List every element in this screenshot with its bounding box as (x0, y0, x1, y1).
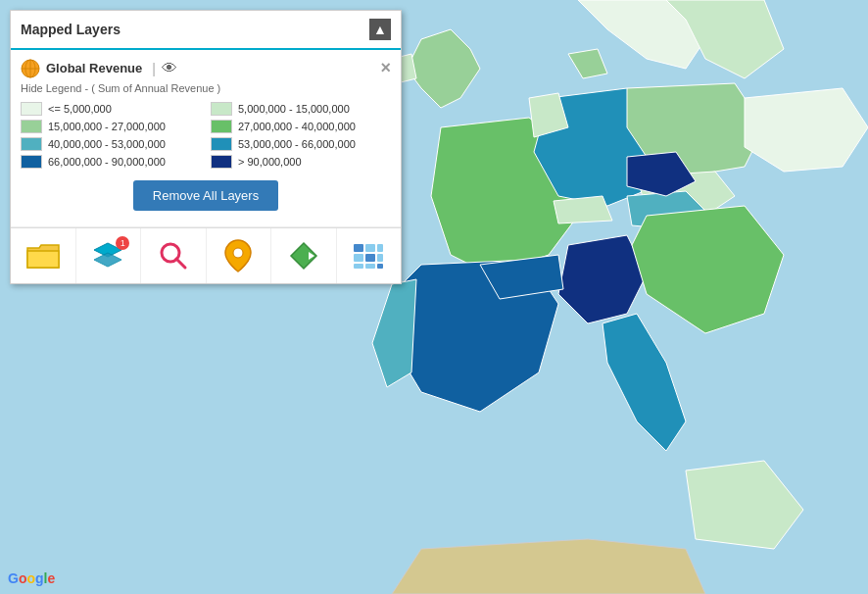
toolbar-layers-button[interactable]: 1 (76, 228, 142, 283)
svg-rect-19 (377, 264, 383, 269)
search-icon (158, 240, 189, 272)
svg-rect-14 (354, 254, 363, 262)
legend-swatch-5 (211, 137, 232, 151)
layer-header: Global Revenue | 👁 × (21, 58, 391, 78)
map-container: Mapped Layers ▲ Global Revenue | 👁 × Hid… (0, 0, 868, 594)
layer-close-button[interactable]: × (380, 58, 391, 78)
location-icon (223, 238, 253, 273)
legend-swatch-2 (21, 120, 42, 133)
legend-item-0: <= 5,000,000 (21, 102, 201, 116)
legend-label-6: 66,000,000 - 90,000,000 (48, 156, 166, 168)
legend-item-1: 5,000,000 - 15,000,000 (211, 102, 391, 116)
toolbar-search-button[interactable] (141, 228, 207, 283)
toolbar-directions-button[interactable] (271, 228, 337, 283)
legend-label-2: 15,000,000 - 27,000,000 (48, 121, 166, 132)
panel-collapse-button[interactable]: ▲ (369, 19, 391, 40)
layers-badge: 1 (116, 236, 129, 250)
legend-label-1: 5,000,000 - 15,000,000 (238, 103, 350, 115)
svg-marker-6 (94, 253, 121, 267)
svg-rect-15 (365, 254, 375, 262)
legend-swatch-7 (211, 155, 232, 169)
legend-swatch-1 (211, 102, 232, 116)
globe-icon (21, 59, 40, 78)
legend-item-3: 27,000,000 - 40,000,000 (211, 120, 391, 133)
legend-grid: <= 5,000,000 5,000,000 - 15,000,000 15,0… (21, 102, 391, 169)
legend-swatch-3 (211, 120, 232, 133)
legend-item-6: 66,000,000 - 90,000,000 (21, 155, 201, 169)
legend-item-2: 15,000,000 - 27,000,000 (21, 120, 201, 133)
layer-section: Global Revenue | 👁 × Hide Legend - ( Sum… (11, 50, 401, 227)
google-logo: Google (8, 570, 55, 586)
legend-label-0: <= 5,000,000 (48, 103, 112, 115)
legend-label-7: > 90,000,000 (238, 156, 302, 168)
hide-legend-text[interactable]: Hide Legend - ( Sum of Annual Revenue ) (21, 82, 391, 94)
folder-icon (25, 242, 61, 270)
layer-name: Global Revenue (46, 61, 142, 75)
layers-wrapper: 1 (92, 240, 123, 272)
legend-item-5: 53,000,000 - 66,000,000 (211, 137, 391, 151)
legend-label-3: 27,000,000 - 40,000,000 (238, 121, 356, 132)
svg-rect-12 (365, 244, 375, 252)
toolbar-folder-button[interactable] (11, 228, 76, 283)
toolbar-location-button[interactable] (207, 228, 272, 283)
legend-item-4: 40,000,000 - 53,000,000 (21, 137, 201, 151)
legend-item-7: > 90,000,000 (211, 155, 391, 169)
legend-swatch-6 (21, 155, 42, 169)
directions-icon (289, 241, 318, 271)
toolbar: 1 (11, 227, 401, 283)
toolbar-menu-button[interactable] (337, 228, 402, 283)
svg-rect-11 (354, 244, 363, 252)
legend-label-5: 53,000,000 - 66,000,000 (238, 138, 356, 150)
panel-title: Mapped Layers (21, 22, 121, 37)
panel-header: Mapped Layers ▲ (11, 11, 401, 50)
svg-rect-13 (377, 244, 383, 252)
mapped-layers-panel: Mapped Layers ▲ Global Revenue | 👁 × Hid… (10, 10, 402, 284)
svg-rect-18 (365, 264, 375, 269)
legend-swatch-0 (21, 102, 42, 116)
legend-label-4: 40,000,000 - 53,000,000 (48, 138, 166, 150)
svg-rect-17 (354, 264, 363, 269)
remove-all-layers-button[interactable]: Remove All Layers (133, 180, 278, 211)
legend-swatch-4 (21, 137, 42, 151)
visibility-toggle[interactable]: 👁 (162, 60, 177, 77)
menu-icon (354, 242, 383, 270)
svg-point-9 (233, 248, 243, 258)
svg-rect-16 (377, 254, 383, 262)
svg-line-8 (176, 259, 185, 268)
